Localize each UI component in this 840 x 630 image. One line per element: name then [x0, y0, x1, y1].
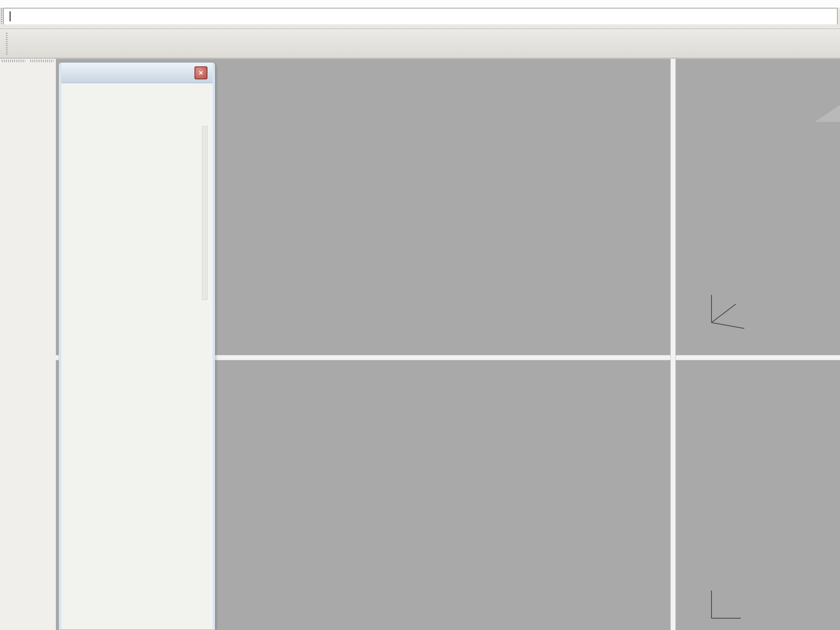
axis-lines-icon: [697, 580, 756, 630]
command-history-line: [0, 0, 840, 8]
palette-grip-right: [30, 60, 54, 62]
command-input[interactable]: [3, 8, 837, 25]
ground-plane-wedge: [815, 105, 840, 122]
properties-panel: ×: [59, 62, 215, 630]
close-icon: ×: [199, 69, 203, 76]
perspective-axis-gizmo: [697, 281, 756, 339]
viewport-label-right[interactable]: [677, 361, 690, 365]
left-toolbar-rail: [0, 59, 56, 630]
rhino-window: ×: [0, 0, 840, 630]
text-caret: [10, 11, 10, 21]
top-viewport-canvas[interactable]: [214, 60, 670, 355]
axis-lines-icon: [697, 281, 756, 339]
panel-scrollbar[interactable]: [202, 126, 207, 300]
command-separator: [0, 24, 840, 29]
bottom-viewport-canvas[interactable]: [214, 360, 670, 630]
command-grip: [1, 8, 3, 24]
palette-grip-left: [2, 60, 25, 62]
properties-panel-content: [61, 83, 213, 87]
close-button[interactable]: ×: [194, 66, 207, 79]
viewport-label-perspective[interactable]: [677, 62, 690, 66]
properties-panel-header[interactable]: ×: [61, 63, 213, 83]
viewport-divider-vertical[interactable]: [670, 59, 676, 630]
right-axis-gizmo: [697, 580, 756, 630]
main-toolbar: [0, 29, 840, 58]
toolbar-grip: [6, 33, 8, 55]
